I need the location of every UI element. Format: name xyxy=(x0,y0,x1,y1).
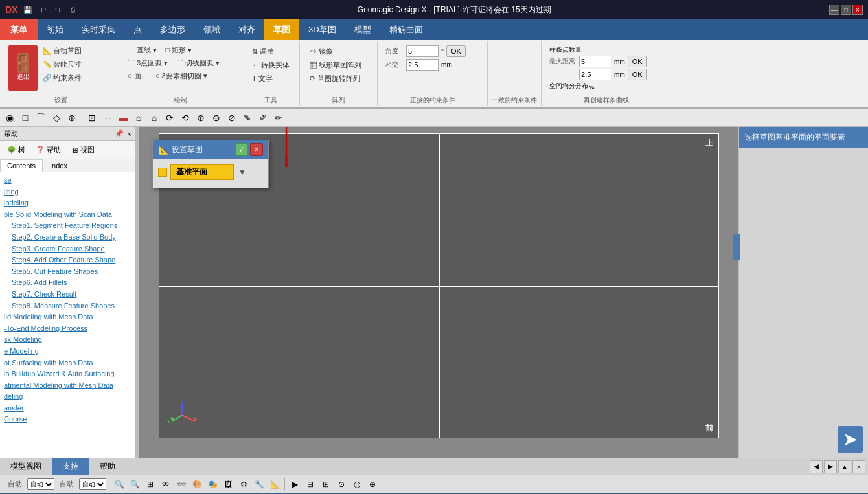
quick-save[interactable]: 💾 xyxy=(21,3,34,16)
help-pin-icon[interactable]: 📌 xyxy=(115,129,124,138)
dialog-plane-field[interactable]: 基准平面 xyxy=(170,164,234,180)
sec-btn-16[interactable]: ✎ xyxy=(240,111,255,125)
quick-undo[interactable]: ↩ xyxy=(36,3,49,16)
viewport-cell-bottomleft[interactable]: X Y Z xyxy=(159,286,439,439)
help-link-step8[interactable]: Step8. Measure Feature Shapes xyxy=(12,300,131,312)
menu-item-point[interactable]: 点 xyxy=(124,19,151,40)
intersect-input[interactable] xyxy=(406,59,439,71)
ribbon-btn-constraint[interactable]: 🔗 约束条件 xyxy=(40,72,85,84)
sec-btn-13[interactable]: ⊕ xyxy=(194,111,208,125)
angle-input[interactable] xyxy=(406,45,439,57)
menu-item-realtime[interactable]: 实时采集 xyxy=(73,19,124,40)
help-link-modeling[interactable]: lodeling xyxy=(4,197,131,209)
ribbon-btn-rotate-array[interactable]: ⟳ 草图旋转阵列 xyxy=(306,73,371,85)
menu-item-3dsketch[interactable]: 3D草图 xyxy=(299,19,345,40)
menu-item-align[interactable]: 对齐 xyxy=(229,19,264,40)
sec-btn-3[interactable]: ⌒ xyxy=(34,111,48,125)
help-close-icon[interactable]: × xyxy=(128,130,131,138)
bt-btn-zoom-in[interactable]: 🔍 xyxy=(128,477,142,491)
selector-dropdown2[interactable]: 自动 xyxy=(79,478,106,490)
bt-btn-extra6[interactable]: ⊕ xyxy=(365,477,380,491)
tab-help[interactable]: 帮助 xyxy=(89,458,126,475)
bottom-nav-x[interactable]: × xyxy=(852,460,865,473)
sec-btn-1[interactable]: ◉ xyxy=(3,111,17,125)
ribbon-btn-rect[interactable]: □ 矩形 ▾ xyxy=(162,44,195,56)
sec-btn-5[interactable]: ⊕ xyxy=(65,111,79,125)
ribbon-btn-circle[interactable]: ○ 面... xyxy=(124,70,150,82)
sec-btn-11[interactable]: ⟳ xyxy=(163,111,177,125)
menu-item-polygon[interactable]: 多边形 xyxy=(151,19,194,40)
help-link-sketch-modeling[interactable]: sk Modeling xyxy=(4,334,131,346)
ribbon-btn-adjust[interactable]: ⇅ 调整 xyxy=(249,45,293,58)
bt-btn-extra4[interactable]: ⊙ xyxy=(334,477,348,491)
menu-item-initial[interactable]: 初始 xyxy=(38,19,73,40)
maxdist-ok[interactable]: OK xyxy=(628,56,647,67)
tab-contents[interactable]: Contents xyxy=(0,159,43,172)
sec-btn-12[interactable]: ⟲ xyxy=(178,111,192,125)
close-button[interactable]: × xyxy=(852,5,863,15)
viewport[interactable]: 📐 设置草图 ✓ × 基准平面 ▼ 上 xyxy=(139,127,738,458)
sec-btn-17[interactable]: ✐ xyxy=(256,111,270,125)
tab-support[interactable]: 支持 xyxy=(52,458,89,475)
minimize-button[interactable]: — xyxy=(829,5,839,15)
help-link-transfer[interactable]: ansfer xyxy=(4,403,131,414)
ribbon-btn-3arc[interactable]: ⌒ 3点圆弧 ▾ xyxy=(124,57,171,69)
bt-btn-extra1[interactable]: ▶ xyxy=(288,477,302,491)
menu-item-region[interactable]: 领域 xyxy=(194,19,229,40)
help-link-step6[interactable]: Step6. Add Fillets xyxy=(12,277,131,289)
help-nav-tree[interactable]: 🌳 树 xyxy=(3,143,30,157)
help-link-step1[interactable]: Step1. Segment Feature Regions xyxy=(12,220,131,232)
help-link-e-modeling[interactable]: e Modeling xyxy=(4,346,131,357)
bottom-nav-right[interactable]: ▶ xyxy=(824,460,837,473)
bt-btn-settings[interactable]: ⚙ xyxy=(236,477,251,491)
selector-dropdown1[interactable]: 自动 xyxy=(27,478,54,490)
sec-btn-2[interactable]: □ xyxy=(18,111,32,125)
quick-print[interactable]: ⎙ xyxy=(66,3,79,16)
help-link-sheetmetal[interactable]: atmental Modeling with Mesh Data xyxy=(4,380,131,392)
bt-btn-measure[interactable]: 📐 xyxy=(268,477,282,491)
dialog-dropdown-arrow[interactable]: ▼ xyxy=(238,168,246,177)
sec-btn-18[interactable]: ✏ xyxy=(271,111,286,125)
tab-model-view[interactable]: 模型视图 xyxy=(0,458,52,475)
bt-btn-color1[interactable]: 🎨 xyxy=(190,477,204,491)
bt-btn-grid[interactable]: ⊞ xyxy=(143,477,157,491)
help-link-deling[interactable]: deling xyxy=(4,391,131,403)
ribbon-btn-linear-array[interactable]: ▦ 线形草图阵列 xyxy=(306,59,371,71)
bt-btn-frame[interactable]: 🖼 xyxy=(221,477,235,491)
help-link-liting[interactable]: liting xyxy=(4,186,131,198)
ribbon-btn-tarc[interactable]: ⌒ 切线圆弧 ▾ xyxy=(173,57,223,69)
sec-btn-8[interactable]: ▬ xyxy=(116,111,130,125)
menu-item-sketch[interactable]: 草图 xyxy=(264,19,299,40)
sec-btn-7[interactable]: ↔ xyxy=(100,111,115,125)
bt-btn-extra5[interactable]: ◎ xyxy=(350,477,364,491)
help-nav-view[interactable]: 🖥 视图 xyxy=(67,143,99,157)
ribbon-btn-auto-sketch[interactable]: 📐 自动草图 xyxy=(40,45,85,57)
dist2-ok[interactable]: OK xyxy=(628,69,647,80)
help-link-se[interactable]: se xyxy=(4,175,131,186)
help-link-step5[interactable]: Step5. Cut Feature Shapes xyxy=(12,266,131,278)
help-link-course[interactable]: Course xyxy=(4,414,131,425)
tab-index[interactable]: Index xyxy=(43,159,74,172)
sec-btn-15[interactable]: ⊘ xyxy=(225,111,239,125)
sec-btn-10[interactable]: ⌂ xyxy=(147,111,161,125)
ribbon-btn-exit[interactable]: 🚪 退出 xyxy=(8,45,38,91)
hint-panel-toggle[interactable] xyxy=(733,234,740,260)
angle-ok[interactable]: OK xyxy=(446,45,466,57)
bt-btn-extra2[interactable]: ⊟ xyxy=(303,477,317,491)
viewport-cell-topright[interactable]: 上 xyxy=(439,133,720,286)
dialog-checkbox[interactable] xyxy=(158,168,167,177)
help-link-scan[interactable]: ple Solid Modeling with Scan Data xyxy=(4,209,131,221)
ribbon-btn-line[interactable]: — 直线 ▾ xyxy=(124,44,160,56)
bt-btn-zoom-fit[interactable]: 🔍 xyxy=(112,477,126,491)
help-link-step7[interactable]: Step7. Check Result xyxy=(12,289,131,300)
sec-btn-4[interactable]: ◇ xyxy=(49,111,63,125)
help-link-step2[interactable]: Step2. Create a Base Solid Body xyxy=(12,232,131,243)
ribbon-btn-convert[interactable]: ↔ 转换实体 xyxy=(249,59,293,71)
help-link-surfacing[interactable]: ot Surfacing with Mesh Data xyxy=(4,357,131,369)
sec-btn-6[interactable]: ⊡ xyxy=(85,111,99,125)
ribbon-btn-3tangent[interactable]: ○ 3要素相切圆 ▾ xyxy=(152,70,211,82)
help-link-step4[interactable]: Step4. Add Other Feature Shape xyxy=(12,254,131,266)
help-nav-help[interactable]: ❓ 帮助 xyxy=(31,143,65,157)
help-link-step3[interactable]: Step3. Create Feature Shape xyxy=(12,243,131,255)
bt-btn-view1[interactable]: 👁 xyxy=(159,477,173,491)
